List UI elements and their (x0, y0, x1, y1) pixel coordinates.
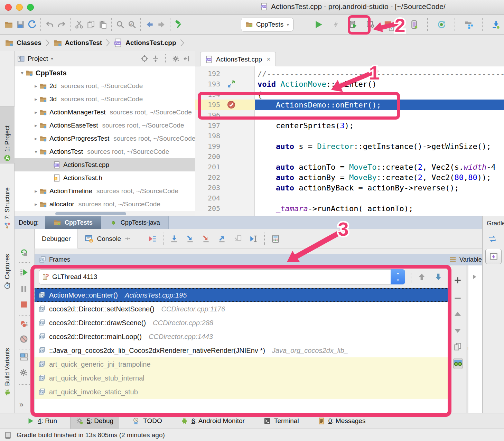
hamburger-menu-icon[interactable] (449, 256, 457, 263)
sync-files-button[interactable] (26, 18, 38, 31)
watch-button[interactable] (453, 358, 463, 369)
panel-splitter[interactable]: ⋮⋮ (466, 265, 468, 413)
run-to-cursor-button[interactable] (246, 232, 262, 246)
toolwindow-button-debug[interactable]: 5: Debug (70, 413, 119, 429)
move-down-button[interactable] (453, 326, 462, 336)
cut-button[interactable] (73, 18, 85, 31)
breadcrumb-item-actionstest-cpp[interactable]: C++ActionsTest.cpp (114, 38, 176, 47)
gradle-sync-button[interactable] (436, 18, 447, 31)
locate-button[interactable] (141, 55, 148, 63)
code-line-199[interactable]: 199 auto s = Director::getInstance()->ge… (195, 141, 504, 151)
instant-run-button[interactable] (330, 18, 342, 31)
code-line-205[interactable]: 205 _tamara->runAction( actionTo); (195, 203, 504, 214)
stripe-button-1-project[interactable]: 1: Project (0, 106, 15, 163)
stack-frame[interactable]: cocos2d::Director::drawScene()CCDirector… (35, 316, 449, 330)
undo-button[interactable] (44, 18, 56, 31)
breadcrumb-item-actionstest[interactable]: ActionsTest (53, 38, 102, 47)
next-frame-icon[interactable] (434, 272, 443, 281)
back-button[interactable] (144, 18, 156, 31)
tree-item-actionstest[interactable]: ▾ActionsTestsources root, ~/SourceCode (15, 145, 195, 158)
tree-item-actionstest-cpp[interactable]: C++ActionsTest.cpp (15, 158, 195, 171)
breadcrumb-item-classes[interactable]: Classes (5, 38, 41, 47)
replace-button[interactable]: A (126, 18, 138, 31)
scrollbar-thumb[interactable] (55, 212, 126, 215)
tree-expand-icon[interactable]: ▸ (32, 122, 39, 129)
stripe-button-captures[interactable]: Captures (0, 234, 15, 291)
toolwindow-toggle-icon[interactable] (4, 431, 12, 439)
tree-item-3d[interactable]: ▸3dsources root, ~/SourceCode (15, 93, 195, 106)
more-button[interactable]: » (19, 400, 24, 409)
tree-item-actiontimeline[interactable]: ▸ActionTimelinesources root, ~/SourceCod… (15, 185, 195, 198)
remove-button[interactable] (453, 294, 462, 304)
tree-expand-icon[interactable]: ▸ (32, 188, 39, 194)
thread-selector[interactable]: GLThread 4113 ⌃⌄ (39, 269, 405, 284)
save-all-button[interactable] (15, 18, 26, 31)
forward-button[interactable] (156, 18, 167, 31)
restore-layout-button[interactable] (19, 353, 28, 363)
tree-item-2d[interactable]: ▸2dsources root, ~/SourceCode (15, 79, 195, 93)
stack-frame[interactable]: art_quick_invoke_static_stub (35, 385, 449, 399)
run-configuration-select[interactable]: CppTests ▾ (241, 18, 293, 31)
tree-item-actionstest-h[interactable]: hActionsTest.h (15, 171, 195, 185)
step-out-button[interactable] (214, 232, 230, 246)
code-line-200[interactable]: 200 (195, 151, 504, 162)
project-structure-button[interactable] (463, 18, 475, 31)
stack-frame[interactable]: art_quick_invoke_stub_internal (35, 371, 449, 385)
code-line-195[interactable]: 195 ActionsDemo::onEnter(); (195, 100, 504, 110)
chevron-down-icon[interactable]: ▾ (51, 56, 53, 61)
mute-breakpoints-button[interactable] (19, 335, 28, 345)
previous-frame-icon[interactable] (417, 272, 426, 281)
zoom-window-button[interactable] (27, 4, 34, 11)
stack-frame[interactable]: cocos2d::Director::mainLoop()CCDirector.… (35, 330, 449, 344)
tree-expand-icon[interactable]: ▸ (32, 135, 39, 142)
gradle-import-button[interactable] (485, 249, 502, 264)
toolwindow-button-terminal[interactable]: Terminal (258, 413, 305, 429)
redo-button[interactable] (56, 18, 67, 31)
horizontal-scrollbar[interactable] (15, 211, 195, 216)
debug-tab-cpptests-java[interactable]: CppTests-java (101, 216, 169, 229)
tree-collapse-icon[interactable]: ▾ (19, 70, 26, 76)
tree-item-actionsprogresstest[interactable]: ▸ActionsProgressTestsources root, ~/Sour… (15, 132, 195, 145)
add-button[interactable] (453, 276, 462, 286)
step-into-button[interactable] (182, 232, 198, 246)
stack-frame[interactable]: ::Java_org_cocos2dx_lib_Cocos2dxRenderer… (35, 344, 449, 357)
rerun-button[interactable] (19, 248, 28, 259)
tree-expander-icon[interactable] (470, 273, 478, 281)
pin-right-icon[interactable] (124, 235, 131, 242)
view-breakpoints-button[interactable] (19, 320, 28, 330)
code-line-198[interactable]: 198 (195, 131, 504, 141)
gradle-refresh-icon[interactable] (488, 234, 497, 243)
toolwindow-button-messages[interactable]: 0: Messages (312, 413, 371, 429)
code-line-201[interactable]: 201 auto actionTo = MoveTo::create(2, Ve… (195, 162, 504, 172)
run-button[interactable] (313, 18, 325, 31)
build-hammer-button[interactable] (173, 18, 185, 31)
tree-expand-icon[interactable]: ▸ (32, 201, 39, 207)
tab-debugger[interactable]: Debugger (35, 229, 78, 248)
toolwindow-button-android-monitor[interactable]: 6: Android Monitor (175, 413, 250, 429)
tree-expand-icon[interactable]: ▸ (32, 96, 39, 102)
tree-expand-icon[interactable]: ▸ (32, 83, 39, 89)
copy-button[interactable] (85, 18, 97, 31)
avd-manager-button[interactable] (408, 18, 420, 31)
breakpoint-icon[interactable] (227, 100, 236, 109)
stack-frame[interactable]: cocos2d::Director::setNextScene()CCDirec… (35, 302, 449, 316)
toolwindow-button-run[interactable]: 4: Run (21, 413, 63, 429)
toolwindow-button-todo[interactable]: TODO (127, 413, 168, 429)
code-line-193[interactable]: 193void ActionMove::onEnter() (195, 79, 504, 89)
sdk-manager-button[interactable] (490, 18, 502, 31)
tab-console[interactable]: Console (78, 229, 138, 248)
code-line-197[interactable]: 197 centerSprites(3); (195, 120, 504, 131)
tree-item-allocator[interactable]: ▸allocatorsources root, ~/SourceCode (15, 198, 195, 211)
settings-gear-button[interactable] (19, 368, 28, 378)
find-button[interactable] (114, 18, 126, 31)
stack-frame[interactable]: art_quick_generic_jni_trampoline (35, 357, 449, 371)
code-line-192[interactable]: 192//-----------------------------------… (195, 68, 504, 79)
tree-item-actionseasetest[interactable]: ▸ActionsEaseTestsources root, ~/SourceCo… (15, 119, 195, 132)
close-icon[interactable]: × (267, 55, 271, 63)
tree-item-actionmanagertest[interactable]: ▸ActionManagerTestsources root, ~/Source… (15, 106, 195, 119)
editor-tab-actionstest-cpp[interactable]: C++ ActionsTest.cpp × (200, 52, 276, 66)
thread-stepper[interactable]: ⌃⌄ (391, 269, 405, 284)
close-window-button[interactable] (5, 4, 12, 11)
show-execution-point-button[interactable] (144, 232, 160, 246)
minimize-window-button[interactable] (16, 4, 23, 11)
